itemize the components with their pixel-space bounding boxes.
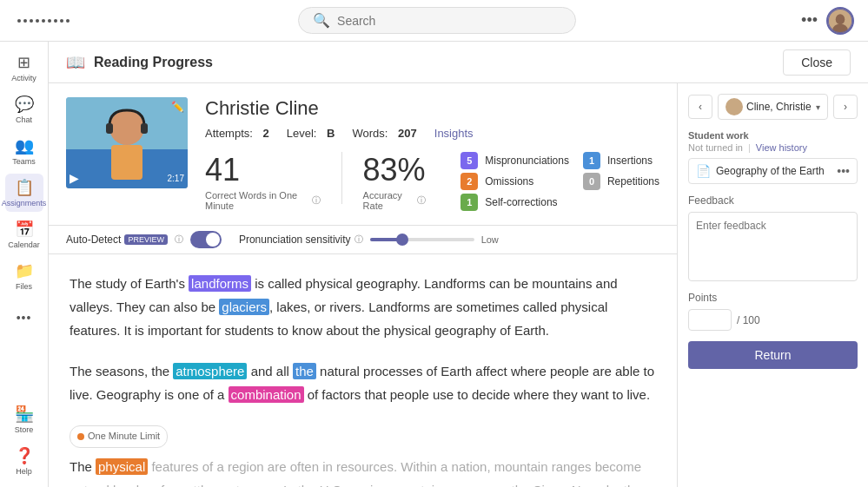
mispronunciations-tag: 5 Mispronunciations bbox=[461, 152, 569, 169]
correct-words-info-icon[interactable]: ⓘ bbox=[312, 194, 321, 207]
page-header: 📖 Reading Progress Close bbox=[49, 42, 868, 83]
student-selector-name: Cline, Christie bbox=[746, 101, 812, 113]
omissions-tag: 2 Omissions bbox=[461, 173, 569, 190]
edit-icon[interactable]: ✏️ bbox=[171, 101, 184, 113]
assignment-icon: 📄 bbox=[696, 164, 711, 178]
sidebar-item-label: Teams bbox=[12, 157, 36, 166]
attempts-value: 2 bbox=[263, 127, 269, 140]
sidebar-item-store[interactable]: 🏪 Store bbox=[5, 400, 43, 438]
teams-icon: 👥 bbox=[15, 136, 34, 155]
video-time: 2:17 bbox=[168, 174, 184, 183]
landforms-highlight: landforms bbox=[189, 275, 251, 292]
level-label: Level: bbox=[287, 127, 317, 140]
reading-area: The study of Earth's landforms is called… bbox=[49, 254, 677, 487]
accuracy-rate-label: Accuracy Rate bbox=[363, 190, 414, 211]
accuracy-info-icon[interactable]: ⓘ bbox=[417, 194, 426, 207]
points-max-label: / 100 bbox=[737, 314, 760, 326]
sensitivity-info-icon[interactable]: ⓘ bbox=[354, 234, 363, 246]
return-button[interactable]: Return bbox=[688, 341, 858, 369]
feedback-input[interactable] bbox=[688, 212, 858, 281]
student-selector[interactable]: Cline, Christie ▾ bbox=[718, 94, 828, 120]
sidebar-item-files[interactable]: 📁 Files bbox=[5, 257, 43, 295]
sidebar-item-activity[interactable]: ⊞ Activity bbox=[5, 49, 43, 87]
limit-label: One Minute Limit bbox=[88, 428, 160, 445]
sidebar-item-label: Assignments bbox=[2, 199, 47, 207]
toggle-knob bbox=[206, 233, 220, 247]
para2-after: of factors that people use to decide whe… bbox=[304, 387, 651, 402]
sidebar-item-label: Activity bbox=[11, 74, 36, 82]
physical-highlight: physical bbox=[96, 458, 148, 475]
sidebar-item-teams[interactable]: 👥 Teams bbox=[5, 132, 43, 170]
search-bar[interactable]: 🔍 bbox=[298, 7, 576, 34]
points-section: Points / 100 bbox=[688, 292, 858, 331]
more-options-button[interactable]: ••• bbox=[801, 11, 818, 30]
insertions-label: Insertions bbox=[607, 155, 653, 167]
auto-detect-toggle[interactable] bbox=[190, 231, 222, 248]
repetitions-tag: 0 Repetitions bbox=[583, 173, 659, 190]
prev-student-button[interactable]: ‹ bbox=[688, 95, 712, 119]
not-turned-in-text: Not turned in bbox=[688, 142, 743, 153]
accuracy-rate-value: 83% bbox=[363, 152, 427, 188]
svg-rect-9 bbox=[141, 123, 148, 134]
sidebar-item-calendar[interactable]: 📅 Calendar bbox=[5, 215, 43, 253]
points-label: Points bbox=[688, 292, 858, 304]
sidebar-item-label: Chat bbox=[16, 115, 32, 124]
svg-point-3 bbox=[828, 9, 852, 33]
attempts-label: Attempts: bbox=[205, 127, 253, 140]
student-work-section: Student work Not turned in | View histor… bbox=[688, 130, 858, 184]
sensitivity-slider[interactable] bbox=[370, 238, 474, 241]
words-label: Words: bbox=[353, 127, 388, 140]
app-grid[interactable] bbox=[14, 16, 73, 26]
correct-words-label: Correct Words in One Minute bbox=[205, 190, 308, 211]
attempts-stat: Attempts: 2 bbox=[205, 127, 269, 140]
one-minute-limit-badge: One Minute Limit bbox=[70, 425, 168, 448]
next-student-button[interactable]: › bbox=[833, 95, 858, 119]
auto-detect-info-icon[interactable]: ⓘ bbox=[175, 234, 183, 246]
sensitivity-label: Pronunciation sensitivity ⓘ bbox=[239, 234, 363, 246]
limit-dot bbox=[77, 433, 84, 440]
play-button[interactable]: ▶ bbox=[70, 171, 79, 185]
reading-progress-icon: 📖 bbox=[66, 53, 85, 72]
glaciers-highlight: glaciers bbox=[219, 299, 269, 315]
reading-paragraph-2: The seasons, the atmosphere and all the … bbox=[70, 359, 656, 406]
help-icon: ❓ bbox=[15, 446, 34, 465]
points-input[interactable] bbox=[688, 309, 732, 331]
sidebar-item-chat[interactable]: 💬 Chat bbox=[5, 90, 43, 128]
insights-link[interactable]: Insights bbox=[434, 127, 474, 140]
auto-detect-label: Auto-Detect PREVIEW bbox=[66, 234, 168, 246]
mispronunciations-label: Mispronunciations bbox=[485, 155, 569, 167]
self-corrections-badge: 1 bbox=[461, 194, 478, 211]
assignment-name: Geography of the Earth bbox=[716, 165, 832, 177]
activity-icon: ⊞ bbox=[17, 53, 30, 72]
the-highlight: the bbox=[293, 363, 316, 379]
grid-icon[interactable] bbox=[14, 16, 73, 26]
student-selector-avatar bbox=[726, 98, 743, 115]
self-corrections-label: Self-corrections bbox=[485, 196, 557, 208]
para2-between1: and all bbox=[247, 364, 293, 378]
sidebar-item-more[interactable]: ••• bbox=[5, 299, 43, 337]
sidebar-item-help[interactable]: ❓ Help bbox=[5, 442, 43, 480]
student-name: Christie Cline bbox=[205, 97, 659, 120]
assignment-more-button[interactable]: ••• bbox=[837, 164, 850, 178]
assignment-item[interactable]: 📄 Geography of the Earth ••• bbox=[688, 158, 858, 184]
feedback-label: Feedback bbox=[688, 194, 858, 207]
reading-paragraph-3: The physical features of a region are of… bbox=[70, 455, 656, 487]
search-input[interactable] bbox=[337, 14, 561, 28]
mispronunciations-badge: 5 bbox=[461, 152, 478, 169]
level-value: B bbox=[327, 127, 335, 140]
svg-rect-8 bbox=[106, 123, 113, 134]
chat-icon: 💬 bbox=[15, 95, 34, 114]
sidebar-item-assignments[interactable]: 📋 Assignments bbox=[5, 174, 43, 212]
slider-thumb[interactable] bbox=[396, 234, 408, 246]
store-icon: 🏪 bbox=[15, 405, 34, 424]
more-icon: ••• bbox=[17, 311, 32, 325]
close-button[interactable]: Close bbox=[783, 49, 851, 76]
para3-before: The bbox=[70, 459, 96, 474]
repetitions-badge: 0 bbox=[583, 173, 600, 190]
combination-highlight: combination bbox=[229, 386, 304, 403]
repetitions-label: Repetitions bbox=[607, 175, 659, 188]
self-corrections-tag: 1 Self-corrections bbox=[461, 194, 569, 211]
view-history-link[interactable]: View history bbox=[756, 142, 807, 153]
level-stat: Level: B bbox=[287, 127, 335, 140]
avatar[interactable] bbox=[826, 7, 854, 35]
